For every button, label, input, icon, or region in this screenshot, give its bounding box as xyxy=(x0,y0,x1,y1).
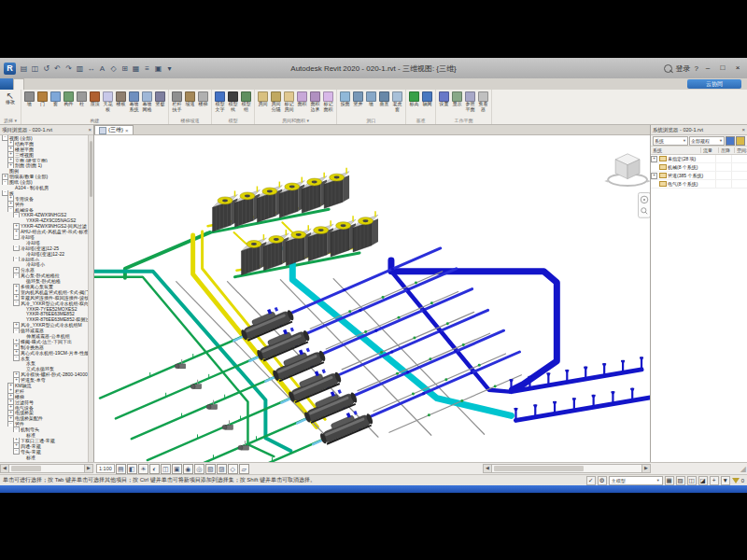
tab-insert[interactable] xyxy=(52,78,62,90)
system-row[interactable]: + 管道(385 个系统) xyxy=(651,172,747,180)
tab-annotate[interactable] xyxy=(62,78,71,90)
ribbon-panel-label[interactable]: 工作平面 xyxy=(438,117,489,124)
displacement-sets[interactable]: ◇ xyxy=(228,464,238,474)
background-processes[interactable]: ▼ xyxy=(721,476,730,485)
qat-close-hidden[interactable]: ▣ xyxy=(153,63,163,75)
ribbon-button-model-group[interactable]: 模型组 xyxy=(240,91,252,112)
discipline-dropdown[interactable]: 全部规程▼ xyxy=(689,136,725,146)
drawing-area[interactable]: {三维} × xyxy=(94,125,650,462)
filter-icon[interactable] xyxy=(732,478,740,483)
qat-section[interactable]: ⊞ xyxy=(120,63,130,75)
viewcube[interactable] xyxy=(604,154,650,186)
ribbon-button-show-workplane[interactable]: 显示 xyxy=(451,91,463,107)
ribbon-button-roof[interactable]: 屋顶 xyxy=(89,91,101,107)
close-button[interactable]: × xyxy=(732,63,743,74)
column-header[interactable]: 流量 xyxy=(701,147,719,153)
qat-sync[interactable]: ↺ xyxy=(41,63,51,75)
system-browser-close-icon[interactable]: × xyxy=(741,127,745,133)
detail-level[interactable]: ▤ xyxy=(116,464,126,474)
ribbon-button-ramp[interactable]: 坡道 xyxy=(184,91,196,107)
ribbon-button-ceiling[interactable]: 天花板 xyxy=(102,91,114,112)
minimize-button[interactable]: – xyxy=(702,63,713,74)
ribbon-button-viewer[interactable]: 查看器 xyxy=(477,91,489,112)
ribbon-button-column[interactable]: 柱 xyxy=(76,91,88,107)
tab-structure[interactable] xyxy=(24,78,34,90)
shadows[interactable]: ◐ xyxy=(149,464,160,474)
resize-grip[interactable] xyxy=(738,464,747,473)
restore-button[interactable]: □ xyxy=(717,63,728,74)
tab-massing-site[interactable] xyxy=(80,78,90,90)
select-by-face[interactable]: ◪ xyxy=(698,476,708,485)
crop-view[interactable]: ◫ xyxy=(161,464,171,474)
ribbon-button-set-workplane[interactable]: 设置 xyxy=(438,91,450,107)
system-row[interactable]: 机械(8 个系统) xyxy=(651,163,747,172)
reveal-hidden-elements[interactable]: ◎ xyxy=(194,464,204,474)
sun-path[interactable]: ☀ xyxy=(138,464,148,474)
tree-expander[interactable]: + xyxy=(651,173,657,179)
qat-redo[interactable]: ↷ xyxy=(63,63,74,75)
search-icon[interactable] xyxy=(664,64,672,73)
signin-button[interactable]: 登录 xyxy=(676,63,691,74)
tab-modify[interactable] xyxy=(136,78,146,90)
select-underlay-elements[interactable]: ▨ xyxy=(676,476,685,485)
ribbon-button-railing[interactable]: 栏杆扶手 xyxy=(171,91,183,112)
ribbon-button-mullion[interactable]: 竖梃 xyxy=(154,91,166,107)
ribbon-button-stair[interactable]: 楼梯 xyxy=(197,91,209,107)
column-header[interactable]: 空间名称 xyxy=(735,147,747,153)
tree-expander[interactable]: − xyxy=(13,257,20,262)
browser-h-scrollbar[interactable]: ◀▶ xyxy=(0,465,93,472)
select-links[interactable]: ▦ xyxy=(665,476,674,485)
editing-requests[interactable]: ✓ xyxy=(586,476,596,485)
ribbon-button-tag-area[interactable]: 标记面积 xyxy=(322,91,334,112)
tab-collaborate[interactable] xyxy=(90,78,99,90)
ribbon-button-room-separator[interactable]: 房间分隔 xyxy=(270,91,282,112)
ribbon-button-window[interactable]: 窗 xyxy=(49,91,62,107)
select-pinned-elements[interactable]: ◫ xyxy=(687,476,697,485)
ribbon-panel-label[interactable]: 楼梯坡道 xyxy=(171,117,209,124)
3d-model-view[interactable] xyxy=(94,134,650,462)
ribbon-button-curtain-system[interactable]: 幕墙系统 xyxy=(128,91,140,112)
column-settings-icon[interactable] xyxy=(736,136,745,146)
temporary-hide-isolate[interactable]: ◉ xyxy=(183,464,193,474)
system-row[interactable]: 电气(8 个系统) xyxy=(651,180,747,189)
project-browser-close-icon[interactable]: × xyxy=(88,127,92,133)
tree-expander[interactable]: − xyxy=(2,179,8,185)
tab-view[interactable] xyxy=(99,78,108,90)
ribbon-button-dormer[interactable]: 老虎窗 xyxy=(391,91,403,112)
ribbon-button-room[interactable]: 房间 xyxy=(257,91,269,107)
help-icon[interactable]: ? xyxy=(695,64,698,73)
design-option-dropdown[interactable]: 主模型▼ xyxy=(609,476,663,485)
worksharing-display[interactable]: ⚙ xyxy=(598,476,607,485)
tree-expander[interactable]: − xyxy=(13,301,20,306)
qat-save[interactable]: ◫ xyxy=(30,63,40,75)
autofit-columns-icon[interactable] xyxy=(726,136,735,146)
scale-button[interactable]: 1:100 xyxy=(96,464,115,473)
tree-expander[interactable]: + xyxy=(651,156,657,162)
ribbon-panel-label[interactable]: 洞口 xyxy=(339,117,403,124)
ribbon-button-component[interactable]: 构件 xyxy=(63,91,75,107)
qat-undo[interactable]: ↶ xyxy=(52,63,63,75)
system-type-dropdown[interactable]: 系统▼ xyxy=(653,136,688,146)
tree-expander[interactable]: − xyxy=(13,328,20,333)
ribbon-button-shaft[interactable]: 竖井 xyxy=(352,91,364,107)
view-tab-close-icon[interactable]: × xyxy=(125,128,129,133)
tree-expander[interactable]: − xyxy=(13,273,20,278)
tree-expander[interactable]: − xyxy=(13,356,20,361)
ribbon-button-wall-opening[interactable]: 墙 xyxy=(365,91,377,107)
visual-style[interactable]: ◧ xyxy=(127,464,137,474)
system-row[interactable]: + 未指定(28 项) xyxy=(651,155,747,163)
plugin-button[interactable]: 云协同 xyxy=(687,79,741,89)
tab-file[interactable] xyxy=(0,78,13,90)
ribbon-button-modify[interactable]: ↖修改 xyxy=(2,91,19,105)
ribbon-button-opening-by-face[interactable]: 按面 xyxy=(339,91,351,107)
tab-lumion[interactable] xyxy=(127,78,136,90)
ribbon-button-area[interactable]: 面积 xyxy=(296,91,308,107)
ribbon-button-model-text[interactable]: 模型文字 xyxy=(214,91,226,112)
ribbon-button-floor[interactable]: 楼板 xyxy=(115,91,127,107)
ribbon-button-curtain-grid[interactable]: 幕墙网格 xyxy=(141,91,153,112)
qat-3d-view[interactable]: ◇ xyxy=(108,63,119,75)
ribbon-panel-label[interactable]: 模型 xyxy=(214,117,252,124)
qat-switch-windows[interactable]: ≡ xyxy=(142,63,152,75)
ribbon-button-door[interactable]: 门 xyxy=(36,91,49,107)
navigation-bar[interactable] xyxy=(639,192,650,217)
